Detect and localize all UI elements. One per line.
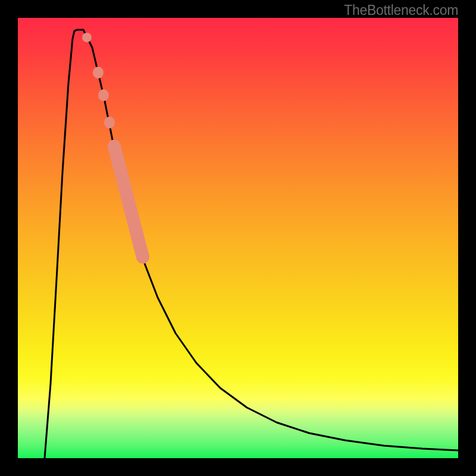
segment-start	[108, 140, 121, 153]
marker-3	[98, 89, 109, 101]
chart-plot	[18, 18, 458, 458]
marker-2	[93, 67, 104, 79]
segment-end	[136, 250, 149, 264]
highlight-segment	[114, 146, 143, 257]
marker-4	[104, 117, 115, 129]
watermark-text: TheBottleneck.com	[344, 2, 458, 18]
marker-1	[82, 33, 92, 42]
